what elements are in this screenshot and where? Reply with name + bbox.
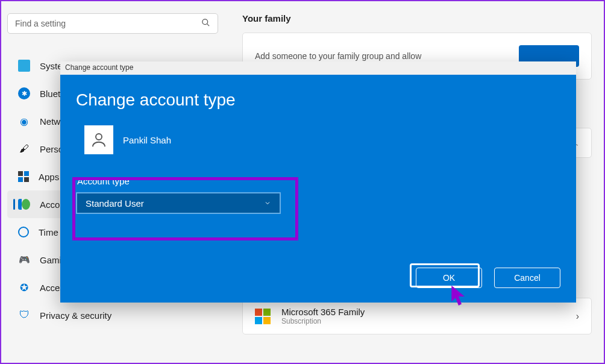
accessibility-icon: ✪: [18, 281, 30, 293]
ms365-card[interactable]: Microsoft 365 Family Subscription ›: [242, 298, 592, 334]
family-desc: Add someone to your family group and all…: [255, 51, 421, 61]
bluetooth-icon: ✱: [18, 87, 30, 99]
svg-point-0: [202, 19, 208, 25]
display-icon: [18, 60, 30, 72]
family-header: Your family: [242, 13, 592, 24]
ok-button[interactable]: OK: [416, 268, 482, 288]
apps-icon: [18, 171, 29, 182]
search-placeholder: Find a setting: [15, 19, 66, 28]
user-avatar-icon: [84, 125, 113, 154]
ms365-sub: Subscription: [281, 317, 365, 325]
svg-line-1: [207, 24, 209, 26]
chevron-down-icon: [264, 198, 271, 209]
account-type-label: Account type: [77, 176, 560, 186]
ms365-title: Microsoft 365 Family: [281, 307, 365, 317]
account-type-select[interactable]: Standard User: [76, 192, 281, 214]
microsoft-logo-icon: [255, 309, 271, 324]
change-account-type-dialog: Change account type Change account type …: [60, 61, 576, 303]
gamepad-icon: 🎮: [18, 254, 30, 266]
nav-privacy[interactable]: 🛡 Privacy & security: [7, 301, 218, 329]
chevron-right-icon: ›: [576, 311, 579, 322]
dialog-heading: Change account type: [76, 90, 560, 110]
user-name: Pankil Shah: [123, 135, 171, 145]
cancel-button[interactable]: Cancel: [494, 268, 560, 288]
account-type-value: Standard User: [86, 198, 144, 209]
svg-point-2: [96, 134, 102, 140]
clock-icon: [18, 227, 29, 237]
dialog-titlebar[interactable]: Change account type: [60, 61, 576, 75]
person-icon: [18, 198, 30, 210]
search-icon: [201, 18, 210, 29]
wifi-icon: ◉: [18, 115, 30, 127]
search-input[interactable]: Find a setting: [7, 13, 218, 34]
brush-icon: 🖌: [18, 143, 30, 155]
shield-icon: 🛡: [18, 309, 30, 321]
